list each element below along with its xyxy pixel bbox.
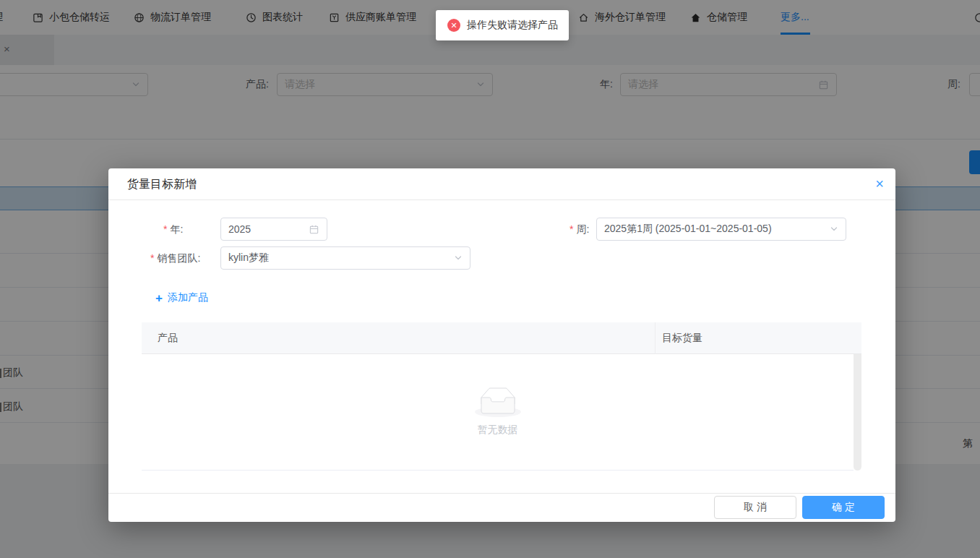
cargo-target-add-dialog: 货量目标新增 × *年: 2025 *周: 2025第1周 (2025-01-0…	[108, 168, 895, 522]
year-value: 2025	[228, 223, 309, 235]
required-mark: *	[569, 223, 573, 235]
footer-divider	[108, 493, 895, 494]
chevron-down-icon	[830, 225, 838, 233]
sales-team-field-label: *销售团队:	[150, 252, 200, 265]
dialog-header: 货量目标新增 ×	[108, 168, 895, 200]
confirm-button[interactable]: 确 定	[802, 496, 885, 519]
close-icon[interactable]: ×	[875, 175, 884, 192]
app-screen: 理 小包仓储转运 物流订单管理 图表统计 供应商账单管理	[0, 0, 980, 558]
column-header-product: 产品	[158, 322, 178, 353]
table-scrollbar-track[interactable]	[854, 354, 861, 471]
year-field-label: *年:	[163, 223, 183, 236]
error-toast: ✕ 操作失败请选择产品	[436, 10, 569, 40]
empty-state-text: 暂无数据	[478, 424, 518, 437]
week-field-label: *周:	[569, 223, 589, 236]
week-value: 2025第1周 (2025-01-01~2025-01-05)	[604, 223, 830, 236]
product-table-body: 暂无数据	[142, 354, 854, 471]
plus-icon: +	[155, 292, 163, 304]
product-table: 产品 目标货量 暂无数据	[142, 322, 861, 471]
year-input[interactable]: 2025	[220, 218, 327, 241]
week-select[interactable]: 2025第1周 (2025-01-01~2025-01-05)	[596, 218, 846, 241]
sales-team-value: kylin梦雅	[228, 252, 454, 265]
add-product-button[interactable]: + 添加产品	[155, 291, 208, 304]
empty-box-icon	[475, 387, 521, 417]
column-divider	[655, 322, 656, 354]
toast-message: 操作失败请选择产品	[467, 19, 558, 32]
calendar-icon	[309, 224, 319, 235]
sales-team-select[interactable]: kylin梦雅	[220, 246, 470, 270]
add-product-label: 添加产品	[168, 291, 208, 304]
column-header-target-volume: 目标货量	[662, 322, 702, 353]
dialog-title: 货量目标新增	[127, 168, 197, 200]
required-mark: *	[150, 252, 154, 264]
chevron-down-icon	[454, 254, 463, 262]
required-mark: *	[163, 223, 167, 235]
cancel-button[interactable]: 取 消	[714, 496, 796, 519]
error-circle-icon: ✕	[447, 19, 460, 32]
product-table-header: 产品 目标货量	[142, 322, 861, 354]
